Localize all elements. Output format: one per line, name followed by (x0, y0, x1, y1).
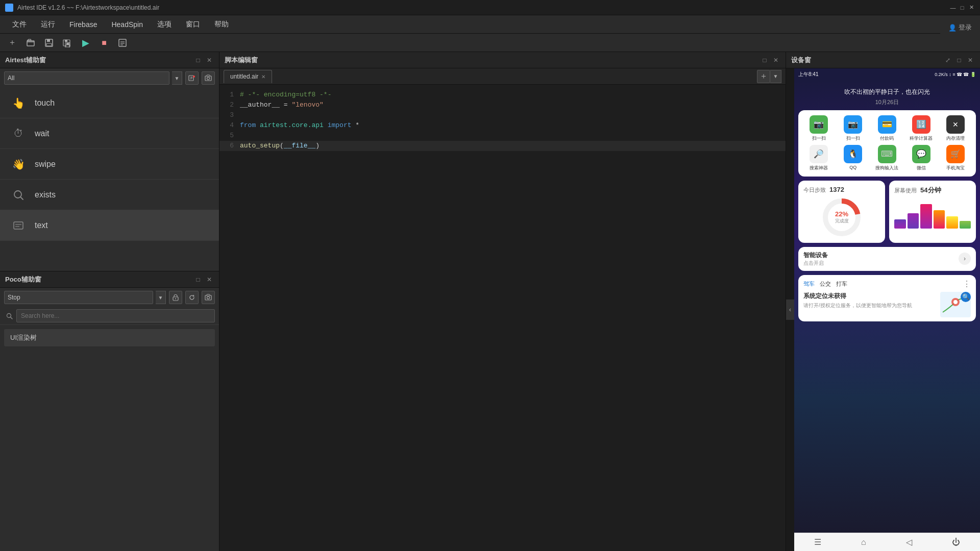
app-item-scan1[interactable]: 📷 扫一扫 (803, 115, 835, 142)
stats-row: 今日步致 1372 22% (798, 181, 976, 243)
stop-button[interactable]: ■ (97, 36, 111, 50)
main-content: Airtest辅助窗 □ ✕ All touch wait swipe exis… (0, 52, 980, 551)
app-item-sougou[interactable]: ⌨ 搜狗输入法 (872, 145, 903, 171)
airtest-filter-select[interactable]: All touch wait swipe exists text (4, 71, 169, 85)
touch-icon: 👆 (10, 95, 27, 111)
menu-options[interactable]: 选项 (150, 17, 179, 32)
map-alert-text: 系统定位未获得 (803, 292, 937, 300)
api-item-wait[interactable]: ⏱ wait (0, 118, 219, 149)
app-item-scan2[interactable]: 📷 扫一扫 (838, 115, 869, 142)
app-item-search[interactable]: 🔎 搜索神器 (803, 145, 835, 171)
svg-rect-23 (14, 222, 23, 229)
search-map-btn[interactable]: 🔍 (961, 292, 971, 302)
calc-icon: 🔢 (912, 115, 930, 134)
svg-rect-5 (65, 40, 67, 42)
api-item-swipe[interactable]: 👋 swipe (0, 149, 219, 180)
poco-maximize-button[interactable]: □ (193, 275, 203, 284)
svg-rect-2 (47, 39, 50, 42)
map-tab-drive[interactable]: 驾车 (803, 280, 815, 288)
poco-close-button[interactable]: ✕ (205, 275, 214, 284)
login-button[interactable]: 👤 登录 (940, 18, 980, 37)
tab-add-button[interactable]: ＋ (757, 70, 770, 83)
step-value: 1372 (829, 186, 844, 193)
save-as-button[interactable] (60, 36, 75, 50)
device-scroll-left[interactable]: ‹ (786, 299, 794, 320)
app-item-clean[interactable]: ✕ 内存清理 (940, 115, 971, 142)
nav-home-icon[interactable]: ⌂ (861, 538, 866, 547)
menu-file[interactable]: 文件 (5, 17, 34, 32)
tab-untitled-air[interactable]: untitled.air ✕ (224, 70, 272, 83)
airtest-record-btn[interactable] (185, 71, 199, 85)
menu-headspin[interactable]: HeadSpin (104, 17, 150, 32)
phone-scroll-content[interactable]: 吹不出褶的平静日子，也在闪光 10月26日 📷 扫一扫 📷 扫一扫 (794, 81, 980, 533)
app-item-pay[interactable]: 💳 付款码 (872, 115, 903, 142)
app-item-wechat[interactable]: 💬 微信 (905, 145, 937, 171)
bar-1 (894, 219, 906, 229)
device-expand-button[interactable]: ⤢ (943, 56, 952, 65)
tab-dropdown-button[interactable]: ▼ (770, 70, 781, 83)
airtest-screenshot-btn[interactable] (202, 71, 215, 85)
minimize-button[interactable]: — (949, 4, 957, 11)
close-button[interactable]: ✕ (968, 4, 975, 11)
search-app-label: 搜索神器 (810, 165, 828, 171)
code-editor[interactable]: 1 # -*- encoding=utf8 -*- 2 __author__ =… (219, 85, 786, 551)
poco-mode-arrow[interactable]: ▼ (156, 291, 166, 304)
menu-window[interactable]: 窗口 (179, 17, 207, 32)
scan1-icon: 📷 (810, 115, 828, 134)
new-button[interactable]: ＋ (5, 36, 19, 50)
bar-4 (934, 210, 945, 229)
device-header: 设备窗 ⤢ □ ✕ (786, 52, 980, 68)
nav-menu-icon[interactable]: ☰ (814, 537, 821, 547)
app-item-qq[interactable]: 🐧 QQ (838, 145, 869, 171)
screen-time-title: 屏幕使用 54分钟 (894, 186, 971, 195)
api-label-wait: wait (35, 129, 49, 138)
poco-camera-btn[interactable] (202, 291, 215, 304)
editor-header-controls: □ ✕ (760, 56, 780, 65)
bar-6 (960, 221, 971, 229)
poco-search-input[interactable] (16, 309, 215, 322)
ui-tree-item[interactable]: UI渲染树 (4, 329, 215, 346)
api-item-text[interactable]: text (0, 210, 219, 241)
menu-run[interactable]: 运行 (34, 17, 62, 32)
nav-power-icon[interactable]: ⏻ (952, 538, 960, 547)
donut-chart: 22% 完成度 (803, 197, 880, 238)
text-icon (10, 217, 27, 234)
map-tab-taxi[interactable]: 打车 (836, 280, 847, 288)
poco-lock-btn[interactable] (169, 291, 182, 304)
poco-refresh-btn[interactable] (185, 291, 199, 304)
editor-close-button[interactable]: ✕ (771, 56, 780, 65)
search-icon (4, 309, 14, 322)
editor-maximize-button[interactable]: □ (760, 56, 769, 65)
clean-icon: ✕ (946, 115, 965, 134)
poco-mode-select[interactable]: Stop Running (4, 291, 153, 304)
device-maximize-button[interactable]: □ (954, 56, 964, 65)
device-close-button[interactable]: ✕ (966, 56, 975, 65)
airtest-filter-arrow[interactable]: ▼ (172, 71, 182, 85)
api-item-exists[interactable]: exists (0, 180, 219, 210)
open-button[interactable] (23, 36, 38, 50)
wait-icon: ⏱ (10, 126, 27, 142)
map-tab-bus[interactable]: 公交 (820, 280, 831, 288)
smart-device-arrow[interactable]: › (959, 253, 971, 265)
bar-2 (908, 213, 919, 229)
airtest-close-button[interactable]: ✕ (205, 56, 214, 65)
save-button[interactable] (42, 36, 56, 50)
app-item-taobao[interactable]: 🛒 手机淘宝 (940, 145, 971, 171)
airtest-maximize-button[interactable]: □ (193, 56, 203, 65)
report-button[interactable] (115, 36, 130, 50)
menu-firebase[interactable]: Firebase (62, 17, 104, 32)
api-item-touch[interactable]: 👆 touch (0, 88, 219, 118)
phone-status-bar: 上午8:41 0.2K/s ↕ ≡ ☎ ☎ 🔋 (794, 68, 980, 81)
poco-panel-title: Poco辅助窗 (5, 275, 41, 284)
device-header-controls: ⤢ □ ✕ (943, 56, 975, 65)
run-button[interactable]: ▶ (79, 36, 93, 50)
nav-back-icon[interactable]: ◁ (906, 537, 912, 547)
map-more-icon[interactable]: ⋮ (963, 279, 971, 289)
line-number-3: 3 (219, 110, 240, 120)
tab-close-icon[interactable]: ✕ (261, 74, 265, 80)
poco-panel-header: Poco辅助窗 □ ✕ (0, 271, 219, 288)
menu-help[interactable]: 帮助 (207, 17, 236, 32)
app-item-calc[interactable]: 🔢 科学计算器 (905, 115, 937, 142)
smart-device-card[interactable]: 智能设备 点击开启 › (798, 247, 976, 271)
maximize-button[interactable]: □ (959, 4, 966, 11)
